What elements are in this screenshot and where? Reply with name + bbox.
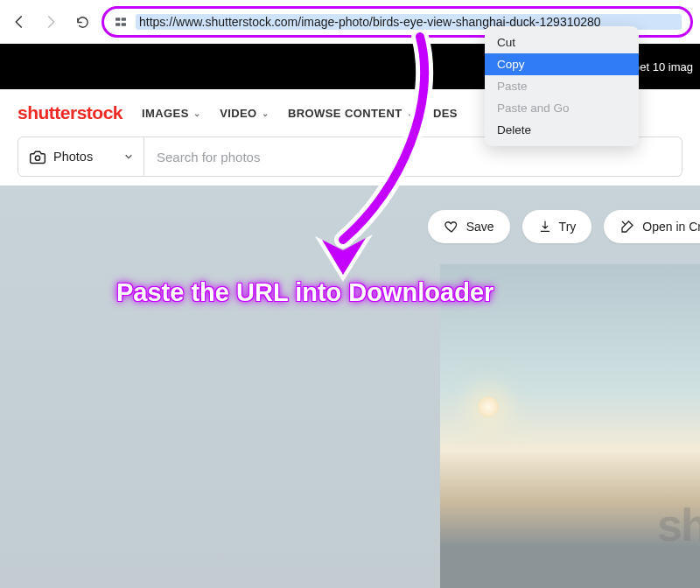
svg-point-4	[35, 156, 39, 160]
nav-video-label: VIDEO	[220, 107, 256, 120]
arrow-left-icon	[11, 14, 27, 30]
back-button[interactable]	[7, 10, 32, 34]
try-button[interactable]: Try	[522, 210, 592, 243]
ctx-delete[interactable]: Delete	[485, 119, 639, 141]
svg-rect-2	[116, 23, 120, 25]
ctx-paste: Paste	[485, 75, 639, 97]
try-label: Try	[559, 220, 577, 234]
svg-rect-0	[116, 18, 120, 20]
open-button[interactable]: Open in Cr	[604, 210, 700, 243]
heart-icon	[444, 219, 459, 234]
ctx-cut[interactable]: Cut	[485, 32, 639, 53]
forward-button[interactable]	[38, 10, 63, 34]
chevron-down-icon: ⌄	[262, 108, 269, 118]
hero-area: Save Try Open in Cr shutte	[0, 186, 700, 588]
context-menu: Cut Copy Paste Paste and Go Delete	[485, 26, 639, 146]
category-label: Photos	[53, 150, 93, 164]
promo-text: Get 10 imag	[631, 60, 693, 74]
ctx-copy[interactable]: Copy	[485, 53, 639, 75]
instruction-text: Paste the URL into Downloader	[116, 278, 494, 307]
ctx-paste-and-go: Paste and Go	[485, 97, 639, 119]
save-label: Save	[466, 220, 494, 234]
sun-icon	[477, 396, 500, 418]
search-input[interactable]	[157, 150, 669, 164]
category-dropdown[interactable]: Photos	[18, 136, 144, 177]
nav-images-label: IMAGES	[142, 107, 189, 120]
nav-design-label: DES	[433, 107, 458, 120]
reload-button[interactable]	[70, 10, 94, 34]
download-icon	[538, 219, 552, 234]
nav-design[interactable]: DES	[433, 107, 458, 120]
chevron-down-icon: ⌄	[193, 108, 200, 118]
reload-icon	[75, 15, 90, 30]
nav-video[interactable]: VIDEO ⌄	[220, 107, 269, 120]
svg-rect-1	[122, 18, 126, 20]
open-label: Open in Cr	[642, 220, 700, 234]
nav-browse-label: BROWSE CONTENT	[288, 107, 402, 120]
caret-down-icon	[124, 152, 133, 161]
logo[interactable]: shutterstock	[18, 102, 122, 123]
watermark: shutte	[657, 499, 700, 551]
camera-icon	[29, 149, 46, 164]
chevron-down-icon: ⌄	[407, 108, 414, 118]
preview-image: shutte	[440, 264, 700, 588]
edit-icon	[620, 219, 635, 234]
svg-rect-3	[122, 23, 126, 25]
nav-browse[interactable]: BROWSE CONTENT ⌄	[288, 107, 414, 120]
save-button[interactable]: Save	[428, 210, 510, 243]
nav-images[interactable]: IMAGES ⌄	[142, 107, 200, 120]
arrow-right-icon	[43, 14, 59, 30]
site-settings-icon[interactable]	[113, 14, 129, 30]
action-row: Save Try Open in Cr	[428, 210, 700, 243]
